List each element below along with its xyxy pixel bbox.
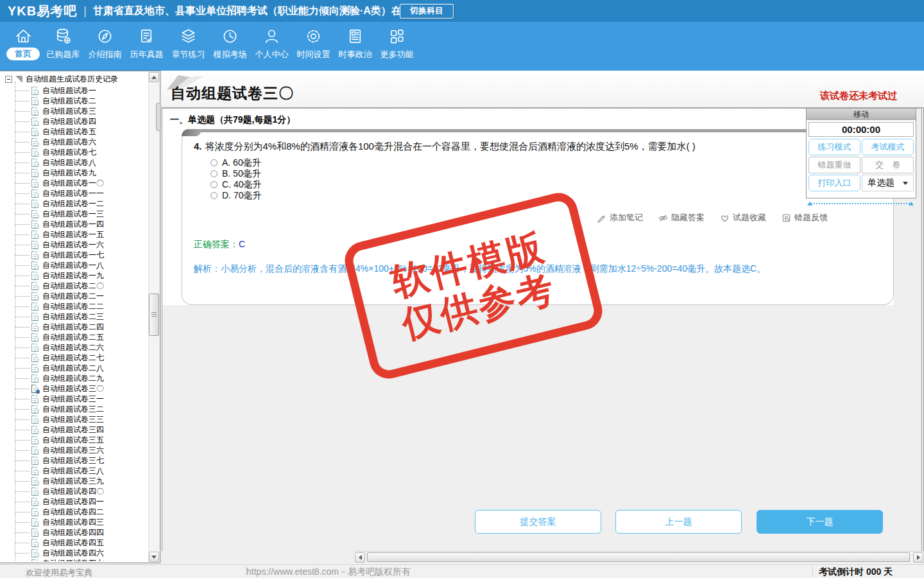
tree-item[interactable]: 自动组题试卷二五 (2, 332, 147, 342)
action-label: 隐藏答案 (671, 212, 705, 223)
tree-item[interactable]: 自动组题试卷四一 (2, 496, 147, 507)
toolbar-item-time-settings[interactable]: 时间设置 (293, 22, 334, 71)
tree-item[interactable]: 自动组题试卷三五 (2, 435, 147, 445)
tree-item[interactable]: 自动组题试卷八 (2, 157, 147, 168)
tree-item[interactable]: 自动组题试卷六 (2, 137, 147, 147)
tree-item[interactable]: 自动组题试卷四七 (2, 558, 147, 561)
tree-item[interactable]: 自动组题试卷一六 (2, 240, 147, 250)
tree-item[interactable]: 自动组题试卷二〇 (2, 281, 147, 291)
option-row[interactable]: B. 50毫升 (210, 168, 893, 179)
tree-item[interactable]: 自动组题试卷一〇 (2, 178, 147, 188)
tree-item[interactable]: 自动组题试卷二九 (2, 373, 147, 383)
tree-item[interactable]: 自动组题试卷三二 (2, 404, 147, 414)
tree-item[interactable]: 自动组题试卷一七 (2, 250, 147, 260)
tree-item[interactable]: 自动组题试卷四〇 (2, 486, 147, 496)
tree-item[interactable]: 自动组题试卷三四 (2, 425, 147, 435)
tree-item[interactable]: 自动组题试卷二八 (2, 363, 147, 373)
tree-item[interactable]: 自动组题试卷三〇 (2, 383, 147, 394)
toolbar-item-mock-exam[interactable]: 模拟考场 (209, 22, 251, 71)
tree-item[interactable]: 自动组题试卷四二 (2, 507, 147, 517)
toolbar-item-label: 个人中心 (255, 49, 289, 60)
tree-scrollbar[interactable] (148, 72, 159, 562)
tree-item[interactable]: 自动组题试卷一四 (2, 219, 147, 229)
scroll-down-button[interactable] (149, 552, 159, 562)
tree-item[interactable]: 自动组题试卷三九 (2, 476, 147, 486)
scroll-left-button[interactable] (355, 552, 365, 563)
document-icon (31, 395, 38, 403)
tree-item[interactable]: 自动组题试卷四五 (2, 538, 147, 548)
tree-item[interactable]: 自动组题试卷二二 (2, 301, 147, 311)
tree-item[interactable]: 自动组题试卷一五 (2, 229, 147, 240)
tree-item[interactable]: 自动组题试卷二七 (2, 353, 147, 363)
toolbar-item-chapter-practice[interactable]: 章节练习 (167, 22, 209, 71)
exam-mode-button[interactable]: 考试模式 (862, 139, 914, 155)
redo-wrong-button[interactable]: 错题重做 (809, 157, 860, 173)
radio-icon[interactable] (210, 170, 218, 177)
document-icon (31, 446, 38, 455)
analysis-text: 解析：小易分析，混合后的溶液含有酒精4%×100+8%×100=12毫升，要得到… (194, 263, 766, 275)
practice-mode-button[interactable]: 练习模式 (809, 139, 860, 155)
hide-answer-link[interactable]: 隐藏答案 (658, 212, 705, 223)
option-row[interactable]: A. 60毫升 (210, 157, 893, 168)
radio-icon[interactable] (210, 159, 218, 166)
option-row[interactable]: D. 70毫升 (210, 190, 893, 201)
panel-drag-header[interactable]: 移动 (807, 109, 916, 120)
favorite-question-link[interactable]: 试题收藏 (720, 212, 766, 223)
splitter-handle[interactable] (156, 103, 161, 131)
tree-item[interactable]: 自动组题试卷四 (2, 116, 147, 127)
tree-item[interactable]: 自动组题试卷七 (2, 147, 147, 157)
radio-icon[interactable] (210, 192, 218, 199)
switch-subject-button[interactable]: 切换科目 (400, 4, 454, 19)
tree-item[interactable]: 自动组题试卷一九 (2, 270, 147, 281)
tree-item[interactable]: 自动组题试卷四三 (2, 517, 147, 527)
tree-root[interactable]: 自动组题生成试卷历史记录 (2, 74, 147, 84)
tree-item[interactable]: 自动组题试卷五 (2, 127, 147, 137)
collapse-icon[interactable] (5, 76, 12, 83)
submit-answer-button[interactable]: 提交答案 (475, 510, 601, 534)
scroll-up-button[interactable] (149, 72, 159, 82)
scrollbar-thumb[interactable] (367, 552, 910, 562)
tree-item[interactable]: 自动组题试卷二一 (2, 291, 147, 301)
tree-item[interactable]: 自动组题试卷三七 (2, 455, 147, 466)
toolbar-item-current-affairs[interactable]: 时事政治 (334, 22, 376, 71)
scroll-right-button[interactable] (913, 552, 923, 563)
tree-item[interactable]: 自动组题试卷三一 (2, 394, 147, 404)
tree-item[interactable]: 自动组题试卷一三 (2, 209, 147, 219)
toolbar-item-past-papers[interactable]: 历年真题 (126, 22, 167, 71)
tree-item-label: 自动组题试卷三七 (42, 455, 104, 466)
tree-item[interactable]: 自动组题试卷四四 (2, 527, 147, 538)
question-type-dropdown[interactable]: 单选题 (862, 175, 914, 191)
tree-item-label: 自动组题试卷七 (42, 147, 96, 158)
tree-item[interactable]: 自动组题试卷一 (2, 85, 147, 96)
tree-item[interactable]: 自动组题试卷三八 (2, 466, 147, 476)
tree-item[interactable]: 自动组题试卷九 (2, 168, 147, 178)
tree-item[interactable]: 自动组题试卷二三 (2, 311, 147, 322)
error-feedback-link[interactable]: 错题反馈 (782, 212, 828, 223)
toolbar-item-question-bank[interactable]: 已购题库 (42, 22, 84, 71)
document-icon (31, 148, 38, 157)
toolbar-item-more[interactable]: 更多功能 (376, 22, 418, 71)
toolbar-item-personal-center[interactable]: 个人中心 (251, 22, 293, 71)
previous-question-button[interactable]: 上一题 (615, 510, 742, 534)
toolbar-item-guide[interactable]: 介绍指南 (84, 22, 126, 71)
tree-item[interactable]: 自动组题试卷二 (2, 96, 147, 106)
add-note-link[interactable]: 添加笔记 (597, 212, 643, 223)
tree-item[interactable]: 自动组题试卷一一 (2, 188, 147, 198)
paper-title-strip: 自动组题试卷三〇 该试卷还未考试过 (162, 71, 924, 108)
tree-item[interactable]: 自动组题试卷二四 (2, 322, 147, 332)
tree-item[interactable]: 自动组题试卷一二 (2, 198, 147, 209)
tree-item[interactable]: 自动组题试卷三三 (2, 414, 147, 425)
next-question-button[interactable]: 下一题 (757, 510, 883, 534)
toolbar-item-home[interactable]: 首页 (4, 22, 42, 71)
tree-item[interactable]: 自动组题试卷四六 (2, 548, 147, 558)
hand-in-button[interactable]: 交 卷 (862, 157, 914, 173)
tree-item[interactable]: 自动组题试卷一八 (2, 260, 147, 270)
radio-icon[interactable] (210, 181, 218, 188)
print-entry-button[interactable]: 打印入口 (809, 175, 860, 191)
scrollbar-thumb[interactable] (149, 293, 159, 336)
tree-item[interactable]: 自动组题试卷二六 (2, 342, 147, 353)
option-row[interactable]: C. 40毫升 (210, 179, 893, 190)
tree-item[interactable]: 自动组题试卷三 (2, 106, 147, 116)
horizontal-scrollbar[interactable] (354, 551, 924, 563)
tree-item[interactable]: 自动组题试卷三六 (2, 445, 147, 455)
